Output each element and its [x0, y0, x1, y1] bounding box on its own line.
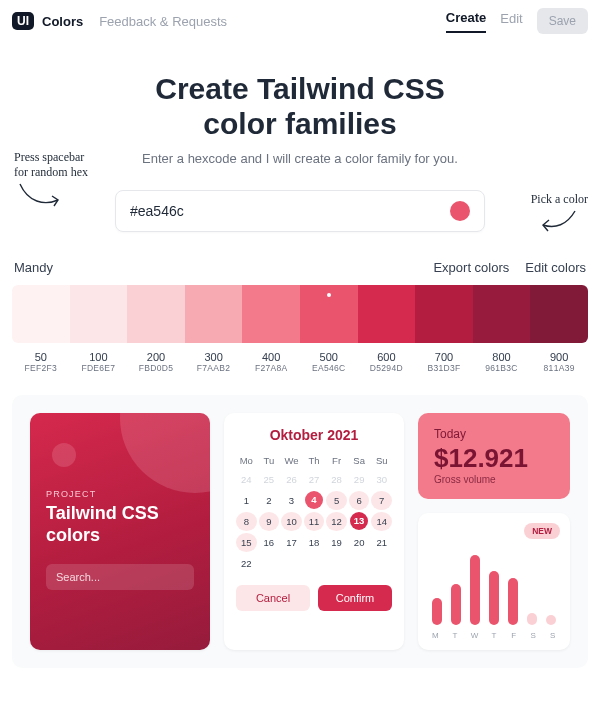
calendar-day[interactable]: 2: [259, 491, 280, 510]
calendar-day[interactable]: 4: [305, 491, 323, 509]
swatch-label-200: 200FBD0D5: [127, 351, 185, 373]
preview-panel: PROJECT Tailwind CSS colors Search... Ok…: [12, 395, 588, 668]
calendar-day[interactable]: 14: [371, 512, 392, 531]
chart-bar-label: W: [469, 631, 480, 640]
chart-bar-label: S: [547, 631, 558, 640]
calendar-day[interactable]: 9: [259, 512, 280, 531]
page-title: Create Tailwind CSS color families: [0, 72, 600, 141]
hex-input-container: [115, 190, 485, 232]
save-button[interactable]: Save: [537, 8, 588, 34]
calendar-day[interactable]: 11: [304, 512, 325, 531]
calendar-day[interactable]: 22: [236, 554, 257, 573]
bar-chart: [430, 547, 558, 625]
chart-bar: [546, 615, 556, 625]
swatch-800[interactable]: [473, 285, 531, 343]
arrow-icon: [14, 180, 64, 214]
topbar-right: Create Edit Save: [446, 8, 588, 34]
swatch-label-100: 100FDE6E7: [70, 351, 128, 373]
swatch-700[interactable]: [415, 285, 473, 343]
calendar-day-prev[interactable]: 28: [326, 470, 347, 489]
calendar-day[interactable]: 21: [371, 533, 392, 552]
calendar-day[interactable]: 15: [236, 533, 257, 552]
annotation-pick-color: Pick a color: [531, 192, 588, 239]
swatch-500[interactable]: [300, 285, 358, 343]
logo-text: Colors: [42, 14, 83, 29]
calendar-title: Oktober 2021: [236, 427, 392, 443]
swatch-label-800: 800961B3C: [473, 351, 531, 373]
calendar-card: Oktober 2021 MoTuWeThFrSaSu2425262728293…: [224, 413, 404, 650]
calendar-day-prev[interactable]: 27: [304, 470, 325, 489]
hex-input[interactable]: [130, 203, 450, 219]
chart-bar: [489, 571, 499, 625]
calendar-dow: Mo: [236, 453, 257, 468]
chart-bar: [432, 598, 442, 625]
hero: Create Tailwind CSS color families Enter…: [0, 72, 600, 232]
project-search-input[interactable]: Search...: [46, 564, 194, 590]
calendar-day[interactable]: 16: [259, 533, 280, 552]
bar-chart-labels: MTWTFSS: [430, 631, 558, 640]
feedback-link[interactable]: Feedback & Requests: [99, 14, 227, 29]
calendar-confirm-button[interactable]: Confirm: [318, 585, 392, 611]
chart-card: NEW MTWTFSS: [418, 513, 570, 650]
decor-circle-icon: [120, 413, 210, 493]
new-badge: NEW: [524, 523, 560, 539]
calendar-day-prev[interactable]: 24: [236, 470, 257, 489]
calendar-day[interactable]: 7: [371, 491, 392, 510]
project-title: Tailwind CSS colors: [46, 503, 194, 546]
calendar-day[interactable]: 6: [349, 491, 370, 510]
calendar-day-prev[interactable]: 26: [281, 470, 302, 489]
calendar-day-prev[interactable]: 30: [371, 470, 392, 489]
calendar-day[interactable]: 1: [236, 491, 257, 510]
calendar-day[interactable]: 17: [281, 533, 302, 552]
calendar-dow: Th: [304, 453, 325, 468]
stat-card: Today $12.921 Gross volume: [418, 413, 570, 499]
color-picker-dot[interactable]: [450, 201, 470, 221]
swatch-label-900: 900811A39: [530, 351, 588, 373]
calendar-day[interactable]: 13: [350, 512, 368, 530]
project-card: PROJECT Tailwind CSS colors Search...: [30, 413, 210, 650]
calendar-cancel-button[interactable]: Cancel: [236, 585, 310, 611]
tab-create[interactable]: Create: [446, 10, 486, 33]
palette-name: Mandy: [14, 260, 53, 275]
chart-bar-label: S: [528, 631, 539, 640]
stat-value: $12.921: [434, 443, 554, 474]
swatch-label-500: 500EA546C: [300, 351, 358, 373]
chart-bar: [527, 613, 537, 625]
edit-colors-link[interactable]: Edit colors: [525, 260, 586, 275]
swatch-50[interactable]: [12, 285, 70, 343]
chart-bar: [508, 578, 518, 625]
swatch-900[interactable]: [530, 285, 588, 343]
calendar-day[interactable]: 18: [304, 533, 325, 552]
preview-right-column: Today $12.921 Gross volume NEW MTWTFSS: [418, 413, 570, 650]
calendar-day[interactable]: 8: [236, 512, 257, 531]
swatch-label-300: 300F7AAB2: [185, 351, 243, 373]
calendar-day-prev[interactable]: 25: [259, 470, 280, 489]
chart-bar-label: M: [430, 631, 441, 640]
swatch-400[interactable]: [242, 285, 300, 343]
calendar-day[interactable]: 10: [281, 512, 302, 531]
calendar-day[interactable]: 3: [281, 491, 302, 510]
calendar-day[interactable]: 19: [326, 533, 347, 552]
swatch-row: [12, 285, 588, 343]
calendar-day-prev[interactable]: 29: [349, 470, 370, 489]
swatch-label-700: 700B31D3F: [415, 351, 473, 373]
swatch-200[interactable]: [127, 285, 185, 343]
arrow-icon: [537, 207, 581, 235]
swatch-100[interactable]: [70, 285, 128, 343]
calendar-day[interactable]: 12: [326, 512, 347, 531]
swatch-labels: 50FEF2F3100FDE6E7200FBD0D5300F7AAB2400F2…: [12, 351, 588, 373]
chart-bar-label: T: [450, 631, 461, 640]
chart-bar: [470, 555, 480, 625]
calendar-day[interactable]: 20: [349, 533, 370, 552]
topbar: UI Colors Feedback & Requests Create Edi…: [0, 0, 600, 42]
calendar-day[interactable]: 5: [326, 491, 347, 510]
calendar-dow: Sa: [349, 453, 370, 468]
swatch-label-400: 400F27A8A: [242, 351, 300, 373]
calendar-grid: MoTuWeThFrSaSu24252627282930123456789101…: [236, 453, 392, 573]
chart-bar-label: F: [508, 631, 519, 640]
tab-edit[interactable]: Edit: [500, 11, 522, 32]
chart-bar: [451, 584, 461, 625]
swatch-600[interactable]: [358, 285, 416, 343]
swatch-300[interactable]: [185, 285, 243, 343]
export-colors-link[interactable]: Export colors: [433, 260, 509, 275]
